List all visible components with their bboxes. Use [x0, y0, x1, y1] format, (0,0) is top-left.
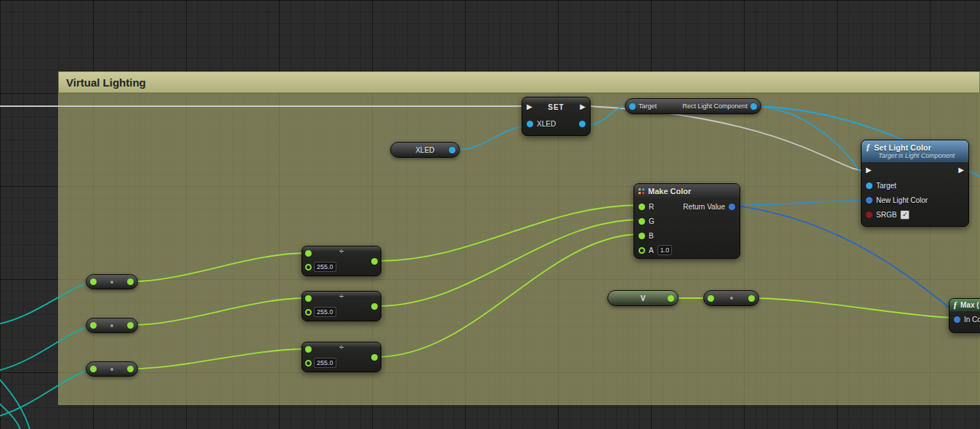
comment-body — [58, 93, 980, 405]
make-color-a-value[interactable]: 1.0 — [657, 245, 673, 255]
slc-srgb-label: SRGB — [876, 211, 896, 219]
exec-in-pin[interactable]: ▶ — [527, 103, 532, 111]
rect-target-label: Target — [639, 103, 657, 110]
set-light-color-title: Set Light Color — [874, 143, 931, 152]
slc-exec-in-pin[interactable]: ▶ — [866, 167, 872, 174]
function-icon: ƒ — [866, 142, 870, 153]
dot-icon — [110, 368, 113, 371]
make-color-title: Make Color — [648, 187, 691, 196]
conversion-node-4[interactable] — [703, 290, 759, 306]
make-color-struct-icon — [639, 188, 644, 194]
divide2-b-value[interactable]: 255.0 — [314, 307, 336, 317]
rect-output-pin[interactable] — [750, 103, 757, 110]
max-node-header: ƒ Max ( — [949, 299, 980, 311]
conv3-output-pin[interactable] — [127, 366, 134, 372]
make-color-return-label: Return Value — [683, 203, 725, 211]
make-color-return-pin[interactable] — [729, 204, 735, 210]
divide-operator-icon: ÷ — [302, 343, 381, 350]
set-xled-input-label: XLED — [537, 120, 556, 128]
conv1-input-pin[interactable] — [90, 278, 97, 285]
v-getter-label: V — [641, 294, 646, 302]
set-xled-node[interactable]: ▶ SET ▶ XLED — [522, 97, 591, 136]
slc-target-label: Target — [876, 182, 896, 190]
comment-title: Virtual Lighting — [66, 76, 146, 89]
divide1-output-pin[interactable] — [371, 258, 378, 265]
conv2-input-pin[interactable] — [90, 322, 97, 329]
slc-exec-out-pin[interactable]: ▶ — [958, 167, 964, 174]
divide-node-2[interactable]: ÷ 255.0 — [301, 291, 381, 321]
rect-target-input-pin[interactable] — [629, 103, 636, 110]
make-color-a-label: A — [649, 246, 654, 254]
make-color-r-pin[interactable] — [639, 204, 645, 210]
set-node-title: SET — [548, 103, 564, 111]
wire-teal-corner-1 — [0, 377, 31, 429]
dot-icon — [730, 297, 733, 300]
conversion-node-3[interactable] — [86, 361, 138, 377]
make-color-a-pin[interactable] — [639, 247, 645, 254]
divide-operator-icon: ÷ — [302, 247, 381, 254]
conversion-node-2[interactable] — [86, 318, 138, 333]
conv4-input-pin[interactable] — [708, 295, 714, 302]
make-color-b-label: B — [649, 232, 654, 240]
divide-operator-icon: ÷ — [302, 292, 381, 300]
v-getter-output-pin[interactable] — [668, 295, 674, 302]
xled-getter-label: XLED — [416, 146, 434, 154]
make-color-g-pin[interactable] — [639, 218, 645, 225]
set-light-color-subtitle: Target is Light Component — [878, 152, 964, 159]
get-rect-light-component-node[interactable]: Target Rect Light Component — [625, 98, 761, 114]
slc-target-pin[interactable] — [866, 183, 872, 189]
function-icon: ƒ — [953, 300, 957, 310]
comment-box-virtual-lighting: Virtual Lighting — [58, 71, 980, 405]
slc-new-light-color-label: New Light Color — [876, 196, 928, 204]
wire-teal-corner-2 — [0, 401, 21, 429]
slc-srgb-pin[interactable] — [866, 212, 872, 218]
set-xled-output-pin[interactable] — [579, 121, 586, 127]
set-xled-input-pin[interactable] — [527, 121, 533, 127]
divide3-b-pin[interactable] — [305, 360, 312, 366]
max-node[interactable]: ƒ Max ( In Co — [949, 298, 980, 333]
max-in-color-label: In Co — [964, 316, 980, 324]
set-light-color-node[interactable]: ƒ Set Light Color Target is Light Compon… — [861, 140, 969, 227]
conversion-node-1[interactable] — [86, 274, 138, 289]
comment-header[interactable]: Virtual Lighting — [58, 71, 980, 93]
divide1-a-pin[interactable] — [305, 250, 312, 257]
divide2-b-pin[interactable] — [305, 309, 312, 316]
v-getter-node[interactable]: V — [607, 290, 679, 306]
xled-getter-output-pin[interactable] — [449, 147, 455, 153]
slc-new-light-color-pin[interactable] — [866, 197, 872, 204]
divide-node-3[interactable]: ÷ 255.0 — [301, 342, 381, 372]
make-color-r-label: R — [649, 203, 654, 211]
exec-out-pin[interactable]: ▶ — [580, 103, 586, 111]
xled-getter-node[interactable]: XLED — [390, 142, 460, 158]
make-color-node[interactable]: Make Color R Return Value G B A 1.0 — [633, 183, 740, 259]
conv3-input-pin[interactable] — [90, 366, 97, 372]
make-color-g-label: G — [649, 217, 655, 225]
divide1-b-value[interactable]: 255.0 — [314, 262, 336, 272]
divide3-output-pin[interactable] — [371, 354, 378, 361]
set-light-color-header: ƒ Set Light Color Target is Light Compon… — [862, 140, 968, 162]
srgb-checkbox[interactable]: ✓ — [900, 210, 910, 220]
conv1-output-pin[interactable] — [127, 278, 134, 285]
rect-output-label: Rect Light Component — [682, 103, 748, 110]
dot-icon — [110, 324, 113, 327]
conv2-output-pin[interactable] — [127, 322, 134, 329]
divide-node-1[interactable]: ÷ 255.0 — [301, 246, 381, 276]
dot-icon — [110, 281, 113, 284]
divide3-b-value[interactable]: 255.0 — [314, 358, 336, 368]
conv4-output-pin[interactable] — [748, 295, 755, 302]
divide2-a-pin[interactable] — [305, 295, 312, 302]
divide2-output-pin[interactable] — [371, 303, 378, 310]
divide3-a-pin[interactable] — [305, 346, 312, 353]
make-color-header: Make Color — [634, 184, 740, 199]
max-in-color-pin[interactable] — [954, 316, 960, 323]
make-color-b-pin[interactable] — [639, 233, 645, 239]
max-node-title: Max ( — [960, 301, 979, 309]
divide1-b-pin[interactable] — [305, 264, 312, 270]
